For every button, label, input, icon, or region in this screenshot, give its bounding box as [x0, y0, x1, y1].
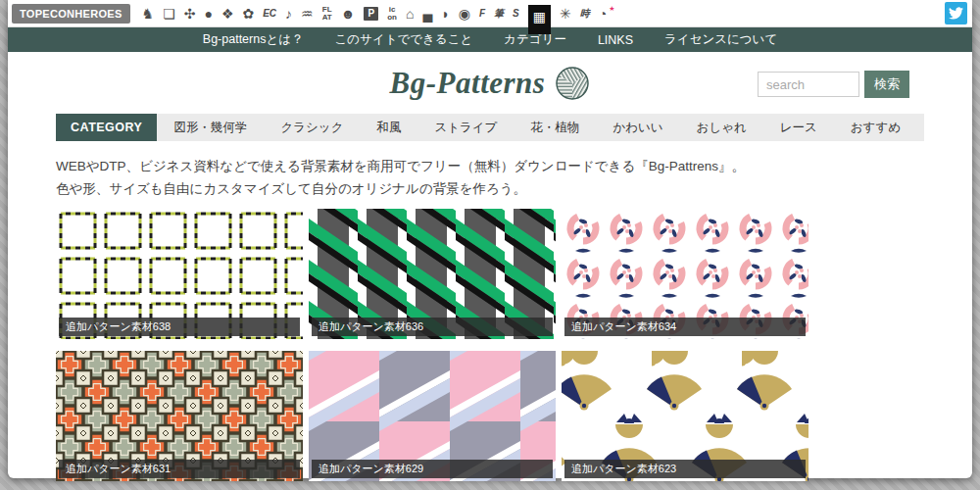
stamp-icon[interactable]: ❖ — [221, 7, 234, 21]
tab-3[interactable]: 和風 — [360, 114, 417, 141]
pattern-card-p623[interactable]: 追加パターン素材623 — [562, 351, 808, 481]
topeconheroes-logo[interactable]: TOPECONHEROES — [12, 4, 130, 24]
twitter-icon[interactable] — [945, 2, 967, 24]
top-toolbar: TOPECONHEROES ♞❏✣●❖✿EC♪♒FL AT☻Pic on⌂▄◗◉… — [8, 0, 972, 27]
line-wave-icon[interactable]: ♒ — [301, 7, 314, 21]
tab-4[interactable]: ストライプ — [417, 114, 514, 141]
speech-bubble-icon[interactable]: ● — [204, 7, 212, 21]
toolbar-icon-row: ♞❏✣●❖✿EC♪♒FL AT☻Pic on⌂▄◗◉F筆S▦✳時◔★ — [142, 5, 615, 22]
bg-patterns-grid-icon[interactable]: ▦ — [528, 5, 551, 34]
tab-5[interactable]: 花・植物 — [514, 114, 596, 141]
search-area: 検索 — [758, 71, 909, 98]
tab-2[interactable]: クラシック — [264, 114, 360, 141]
boar-icon[interactable]: ♞ — [142, 7, 155, 21]
main-navbar: Bg-patternsとは？このサイトでできることカテゴリーLINKSライセンス… — [8, 27, 972, 52]
intro-line-1: WEBやDTP、ビジネス資料などで使える背景素材を商用可でフリー（無料）ダウンロ… — [56, 155, 924, 177]
tab-7[interactable]: おしゃれ — [680, 114, 763, 141]
tab-1[interactable]: 図形・幾何学 — [157, 114, 264, 141]
pattern-card-p629[interactable]: 追加パターン素材629 — [309, 351, 556, 481]
search-button[interactable]: 検索 — [864, 71, 909, 98]
pattern-grid: 追加パターン素材638 追加パターン素材636 追加パターン素材634 追加パタ… — [56, 209, 924, 481]
intro-text: WEBやDTP、ビジネス資料などで使える背景素材を商用可でフリー（無料）ダウンロ… — [56, 155, 924, 200]
tab-8[interactable]: レース — [763, 114, 834, 141]
rays-icon[interactable]: ✳ — [560, 7, 571, 21]
tab-9[interactable]: おすすめ — [834, 114, 917, 141]
p-square-icon[interactable]: P — [364, 7, 378, 21]
music-note-icon[interactable]: ♪ — [285, 7, 292, 21]
intro-line-2: 色や形、サイズも自由にカスタマイズして自分のオリジナルの背景を作ろう。 — [56, 177, 924, 200]
page: TOPECONHEROES ♞❏✣●❖✿EC♪♒FL AT☻Pic on⌂▄◗◉… — [8, 0, 972, 478]
pattern-caption: 追加パターン素材629 — [312, 460, 553, 478]
tab-6[interactable]: かわいい — [596, 114, 679, 141]
pattern-card-p638[interactable]: 追加パターン素材638 — [56, 209, 303, 339]
pattern-caption: 追加パターン素材634 — [564, 318, 806, 336]
building-icon[interactable]: ⌂ — [406, 7, 414, 21]
nav-item-3[interactable]: LINKS — [598, 33, 633, 47]
f-letter-icon[interactable]: F — [479, 9, 485, 19]
pattern-card-p634[interactable]: 追加パターン素材634 — [562, 209, 808, 339]
pattern-caption: 追加パターン素材638 — [59, 318, 300, 336]
nav-item-0[interactable]: Bg-patternsとは？ — [203, 31, 304, 48]
pattern-caption: 追加パターン素材636 — [312, 318, 553, 336]
star-badge-icon[interactable]: ★ — [609, 5, 614, 12]
icon-text-icon[interactable]: ic on — [387, 6, 397, 21]
ec-icon[interactable]: EC — [263, 9, 276, 19]
smiley-icon[interactable]: ☻ — [341, 7, 356, 21]
toki-kanji-icon[interactable]: 時 — [580, 9, 590, 19]
tab-category[interactable]: CATEGORY — [56, 114, 157, 141]
flat-icon[interactable]: FL AT — [322, 6, 332, 21]
brush-kanji-icon[interactable]: 筆 — [494, 9, 504, 19]
sofa-icon[interactable]: ▄ — [422, 7, 432, 21]
pattern-card-p636[interactable]: 追加パターン素材636 — [309, 209, 556, 339]
bird-icon[interactable]: ◗ — [441, 7, 449, 21]
s-letter-icon[interactable]: S — [513, 9, 519, 19]
site-header: Bg-Patterns — [8, 52, 972, 114]
clock-icon[interactable]: ◔ — [599, 7, 607, 21]
pattern-caption: 追加パターン素材623 — [564, 460, 806, 478]
sphere-icon[interactable]: ◉ — [459, 7, 470, 21]
screenshot-root: { "toolbar": { "brand": "TOPECONHEROES",… — [0, 0, 980, 490]
twitter-bird-icon — [949, 6, 963, 21]
logo-text: Bg-Patterns — [390, 66, 546, 101]
category-tabbar: CATEGORY図形・幾何学クラシック和風ストライプ花・植物かわいいおしゃれレー… — [56, 114, 924, 141]
copy-icon[interactable]: ❏ — [163, 7, 175, 21]
person-icon[interactable]: ✣ — [184, 7, 196, 21]
pattern-card-p631[interactable]: 追加パターン素材631 — [56, 351, 303, 481]
pattern-caption: 追加パターン素材631 — [59, 460, 300, 478]
logo-knot-icon — [555, 66, 590, 101]
nav-item-4[interactable]: ライセンスについて — [664, 31, 777, 48]
flower-icon[interactable]: ✿ — [242, 7, 254, 21]
search-input[interactable] — [758, 72, 859, 97]
nav-item-1[interactable]: このサイトでできること — [335, 31, 473, 48]
